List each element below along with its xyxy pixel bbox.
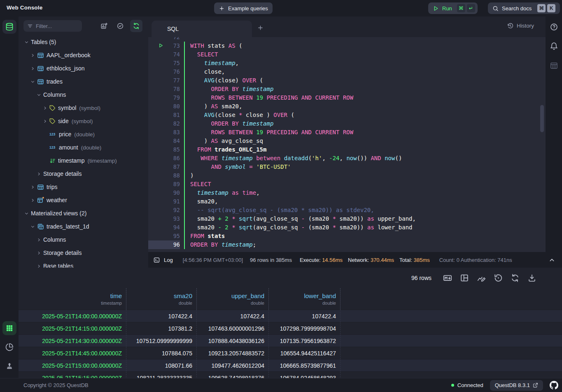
cell-upper_band[interactable]: 107463.60000001296 <box>197 322 269 334</box>
cell-upper_band[interactable]: 109477.4626012204 <box>197 359 269 371</box>
tree-item-side[interactable]: side(symbol) <box>19 114 148 128</box>
column-header-lower_band[interactable]: lower_banddouble <box>269 288 340 310</box>
check-circle-button[interactable] <box>114 20 126 32</box>
column-header-sma20[interactable]: sma20double <box>126 288 197 310</box>
cell-time[interactable]: 2025-05-21T14:00:00.000000Z <box>19 310 126 322</box>
table-row[interactable]: 2025-05-21T14:45:00.000000Z107884.075109… <box>19 347 562 359</box>
cell-sma20[interactable]: 107512.09999999999 <box>126 335 197 347</box>
layout-grid-button[interactable] <box>460 273 469 282</box>
tree-item-price[interactable]: 123price(double) <box>19 128 148 141</box>
code-line-74[interactable]: 74 SELECT <box>148 50 546 59</box>
add-chart-button[interactable] <box>98 20 110 32</box>
tree-item-storage-details[interactable]: Storage details <box>19 246 148 259</box>
cell-time[interactable]: 2025-05-21T14:15:00.000000Z <box>19 322 126 334</box>
pie-chart-nav-button[interactable] <box>2 340 16 354</box>
code-line-86[interactable]: 86 WHERE timestamp between dateadd('h', … <box>148 154 546 163</box>
code-line-95[interactable]: 95FROM stats <box>148 232 546 240</box>
chevron-right-icon[interactable] <box>36 250 42 256</box>
tree-item-base-tables[interactable]: Base tables <box>19 259 148 268</box>
markdown-download-button[interactable] <box>443 273 452 282</box>
version-link[interactable]: QuestDB 8.3.1 <box>490 380 543 391</box>
chevron-right-icon[interactable] <box>36 171 42 177</box>
cell-lower_band[interactable]: 107298.79999998704 <box>269 322 340 334</box>
chevron-down-icon[interactable] <box>24 211 29 216</box>
tree-item-weather[interactable]: *weather <box>19 194 148 207</box>
search-docs-button[interactable]: Search docs ⌘ K <box>488 2 560 14</box>
chevron-right-icon[interactable] <box>42 119 48 124</box>
cell-sma20[interactable]: 108071.66 <box>126 359 197 371</box>
tree-item-aapl-orderbook[interactable]: AAPL_orderbook <box>19 49 148 62</box>
cell-upper_band[interactable]: 107888.40438036126 <box>197 335 269 347</box>
chevron-right-icon[interactable] <box>30 66 35 71</box>
tree-item-trades-latest-1d[interactable]: trades_latest_1d <box>19 220 148 233</box>
cell-lower_band[interactable]: 106554.94425116427 <box>269 347 340 359</box>
code-line-81[interactable]: 81 AVG(close * close ) OVER ( <box>148 111 546 119</box>
tree-item-amount[interactable]: 123amount(double) <box>19 141 148 154</box>
tree-item-trips[interactable]: trips <box>19 180 148 194</box>
column-header-time[interactable]: timetimestamp <box>19 288 126 310</box>
cell-lower_band[interactable]: 106665.85739877961 <box>269 359 340 371</box>
code-line-77[interactable]: 77 AVG(close) OVER ( <box>148 76 546 85</box>
chevron-down-icon[interactable] <box>30 224 35 229</box>
refresh-button[interactable] <box>511 273 520 282</box>
code-line-88[interactable]: 88) <box>148 171 546 180</box>
tree-item-timestamp[interactable]: timestamp(timestamp) <box>19 154 148 167</box>
chevron-right-icon[interactable] <box>36 264 42 268</box>
tab-sql[interactable]: SQL <box>152 21 252 37</box>
code-line-83[interactable]: 83 ROWS BETWEEN 19 PRECEDING AND CURRENT… <box>148 128 546 137</box>
chevron-down-icon[interactable] <box>30 79 35 84</box>
history-button[interactable]: History <box>507 22 534 29</box>
cell-time[interactable]: 2025-05-21T15:15:00.000000Z <box>19 372 126 378</box>
chevron-right-icon[interactable] <box>30 198 35 203</box>
editor-scrollbar-thumb[interactable] <box>540 105 544 132</box>
code-line-87[interactable]: 87 AND symbol = 'BTC-USDT' <box>148 163 546 171</box>
refresh-button[interactable] <box>130 20 142 32</box>
code-line-85[interactable]: 85 FROM trades_OHLC_15m <box>148 145 546 154</box>
chevron-right-icon[interactable] <box>30 184 35 190</box>
code-line-72[interactable]: 72 <box>148 37 546 42</box>
code-line-78[interactable]: 78 ORDER BY timestamp <box>148 85 546 93</box>
notifications-button[interactable] <box>549 41 559 51</box>
table-row[interactable]: 2025-05-21T14:30:00.000000Z107512.099999… <box>19 334 562 347</box>
table-row[interactable]: 2025-05-21T14:00:00.000000Z107422.410742… <box>19 310 562 322</box>
code-line-93[interactable]: 93 sma20 + 2 * sqrt(avg_close_sq - (sma2… <box>148 215 546 223</box>
table-row[interactable]: 2025-05-21T15:15:00.000000Z108211.283333… <box>19 371 562 378</box>
tree-item-trades[interactable]: trades <box>19 75 148 88</box>
sql-editor[interactable]: 7273WITH stats AS (74 SELECT75 timestamp… <box>148 37 546 252</box>
add-tab-icon[interactable] <box>257 24 264 31</box>
cell-lower_band[interactable]: 107422.4 <box>269 310 340 322</box>
tree-item-storage-details[interactable]: Storage details <box>19 167 148 180</box>
chevron-down-icon[interactable] <box>24 40 29 45</box>
help-button[interactable] <box>549 22 559 32</box>
table-columns-button[interactable] <box>549 61 559 70</box>
code-line-73[interactable]: 73WITH stats AS ( <box>148 42 546 50</box>
grid-nav-button[interactable] <box>2 321 16 335</box>
cell-time[interactable]: 2025-05-21T14:45:00.000000Z <box>19 347 126 359</box>
chart-edit-button[interactable] <box>477 273 486 282</box>
code-line-96[interactable]: 96ORDER BY timestamp; <box>148 240 546 249</box>
code-line-76[interactable]: 76 close, <box>148 68 546 76</box>
download-csv-button[interactable] <box>527 273 536 282</box>
table-row[interactable]: 2025-05-21T14:15:00.000000Z107381.210746… <box>19 322 562 334</box>
github-button[interactable] <box>550 381 558 390</box>
chevron-down-icon[interactable] <box>36 92 42 98</box>
cell-upper_band[interactable]: 107422.4 <box>197 310 269 322</box>
cell-time[interactable]: 2025-05-21T15:00:00.000000Z <box>19 359 126 371</box>
chevron-right-icon[interactable] <box>42 105 48 111</box>
code-line-75[interactable]: 75 timestamp, <box>148 59 546 68</box>
run-button[interactable]: Run ⌘ ↵ <box>428 2 478 14</box>
code-line-89[interactable]: 89SELECT <box>148 180 546 189</box>
cell-time[interactable]: 2025-05-21T14:30:00.000000Z <box>19 335 126 347</box>
cell-lower_band[interactable]: 107135.79561963872 <box>269 335 340 347</box>
tree-item-symbol[interactable]: symbol(symbol) <box>19 101 148 114</box>
code-line-80[interactable]: 80 ) AS sma20, <box>148 102 546 111</box>
history-restore-button[interactable] <box>494 273 503 282</box>
upload-nav-button[interactable] <box>2 359 16 373</box>
code-line-92[interactable]: 92 -- sqrt(avg_close_sq - (sma20 * sma20… <box>148 206 546 215</box>
tree-item-columns[interactable]: Columns <box>19 88 148 101</box>
code-line-90[interactable]: 90 timestamp as time, <box>148 189 546 197</box>
tree-item-tables-5[interactable]: Tables (5) <box>19 35 148 49</box>
tree-item-materialized-views-2[interactable]: Materialized views (2) <box>19 207 148 220</box>
chevron-right-icon[interactable] <box>36 237 42 243</box>
code-line-79[interactable]: 79 ROWS BETWEEN 19 PRECEDING AND CURRENT… <box>148 93 546 102</box>
